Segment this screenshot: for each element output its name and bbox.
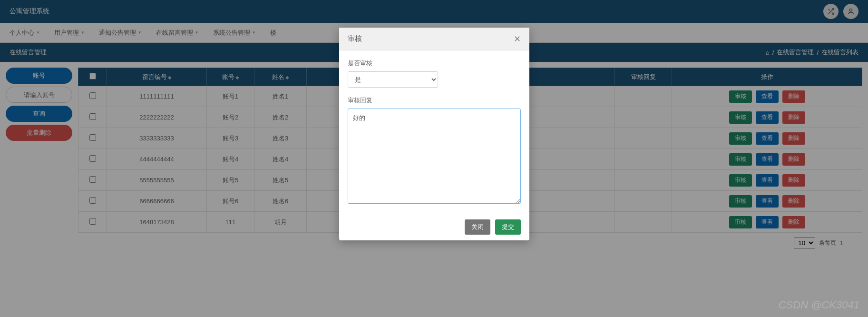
reply-label: 审核回复	[348, 96, 521, 105]
watermark: CSDN @CK3041	[779, 299, 859, 311]
audit-label: 是否审核	[348, 59, 521, 68]
reply-textarea[interactable]	[348, 109, 521, 204]
modal-submit-button[interactable]: 提交	[495, 219, 521, 235]
audit-modal: 审核 ✕ 是否审核 是 审核回复 关闭 提交	[339, 28, 529, 240]
close-icon[interactable]: ✕	[514, 34, 521, 44]
audit-select[interactable]: 是	[348, 71, 438, 88]
modal-close-button[interactable]: 关闭	[465, 219, 490, 235]
modal-title: 审核	[348, 34, 362, 43]
